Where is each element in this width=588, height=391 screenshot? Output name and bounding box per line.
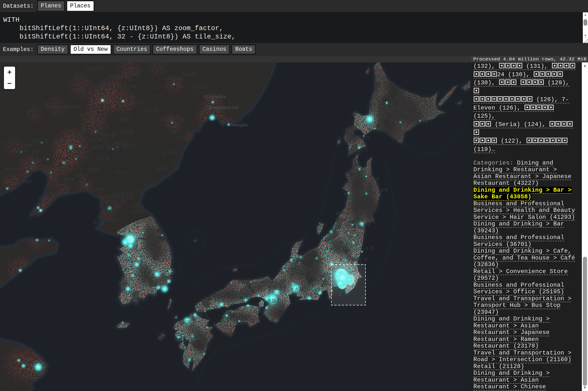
svg-text:义县: 义县 (30, 150, 39, 154)
svg-text:広島市: 広島市 (217, 298, 230, 303)
svg-text:新潟市: 新潟市 (327, 230, 341, 235)
svg-text:宮古市: 宮古市 (376, 188, 388, 193)
svg-text:大阪市: 大阪市 (268, 298, 281, 303)
svg-text:靖宇县: 靖宇县 (121, 130, 134, 135)
svg-text:평양시: 평양시 (104, 206, 118, 211)
svg-text:双辽市: 双辽市 (65, 104, 79, 109)
svg-text:帯広市: 帯広市 (396, 122, 409, 126)
svg-text:浜松市: 浜松市 (304, 292, 318, 297)
svg-text:鳥取市: 鳥取市 (247, 281, 259, 286)
svg-text:室蘭市: 室蘭市 (357, 135, 370, 140)
svg-text:本溪县: 本溪县 (76, 155, 89, 160)
svg-text:绥芬河市: 绥芬河市 (191, 84, 208, 89)
svg-text:凤城市: 凤城市 (75, 173, 88, 178)
svg-text:函館市: 函館市 (355, 148, 368, 152)
svg-text:宇都宮市: 宇都宮市 (339, 258, 356, 263)
svg-text:桓仁县: 桓仁县 (97, 156, 110, 160)
svg-text:松山市: 松山市 (223, 315, 235, 320)
svg-text:京都市: 京都市 (273, 286, 286, 291)
svg-text:临江市: 临江市 (123, 144, 135, 148)
svg-text:함경북도: 함경북도 (162, 150, 179, 155)
svg-text:山口市: 山口市 (196, 304, 208, 308)
svg-text:岫岩县: 岫岩县 (62, 177, 75, 182)
svg-text:개성시: 개성시 (116, 228, 130, 233)
svg-text:清原县: 清原县 (90, 137, 102, 142)
svg-text:长岭县: 长岭县 (74, 87, 86, 92)
svg-text:단천시: 단천시 (156, 166, 169, 171)
svg-text:延吉市 연길: 延吉市 연길 (161, 117, 186, 122)
svg-text:宽甸县: 宽甸县 (87, 168, 100, 172)
svg-text:盛岡市: 盛岡市 (363, 192, 375, 196)
svg-text:평성시: 평성시 (106, 199, 118, 204)
svg-text:阜新市: 阜新市 (35, 139, 48, 144)
svg-text:日光市: 日光市 (333, 249, 346, 254)
svg-text:원산시: 원산시 (131, 203, 144, 208)
svg-text:建昌县: 建昌县 (4, 167, 17, 172)
svg-text:신포시: 신포시 (144, 184, 157, 188)
svg-text:福岡市: 福岡市 (182, 320, 196, 325)
svg-text:旭川市: 旭川市 (382, 102, 395, 106)
svg-text:德惠市: 德惠市 (102, 81, 116, 86)
svg-text:榆树市: 榆树市 (116, 75, 130, 80)
svg-text:柳河县: 柳河县 (103, 133, 116, 138)
svg-text:徳島市: 徳島市 (253, 309, 266, 313)
svg-text:富山市: 富山市 (297, 256, 310, 261)
svg-text:松原市: 松原市 (87, 67, 101, 72)
svg-text:鹿児島市: 鹿児島市 (184, 359, 201, 364)
svg-text:四平市: 四平市 (79, 112, 93, 118)
svg-text:秋田市: 秋田市 (344, 192, 357, 197)
svg-text:牡丹江市: 牡丹江市 (164, 76, 183, 81)
svg-text:八戸市: 八戸市 (368, 177, 380, 182)
svg-text:名古屋市: 名古屋市 (290, 287, 308, 292)
svg-text:松江市: 松江市 (228, 281, 240, 286)
svg-text:穆棱市: 穆棱市 (182, 72, 196, 77)
svg-text:锦州市: 锦州市 (26, 159, 39, 164)
svg-text:회령시: 회령시 (170, 130, 183, 134)
svg-text:長崎市: 長崎市 (174, 337, 187, 342)
svg-text:熊本市: 熊本市 (189, 334, 202, 339)
svg-text:라선시: 라선시 (176, 135, 188, 140)
svg-text:자강도: 자강도 (116, 170, 129, 175)
svg-text:Владивосток: Владивосток (209, 104, 238, 110)
svg-text:구성시: 구성시 (94, 187, 106, 192)
svg-text:津市: 津市 (290, 292, 298, 296)
svg-text:辽源市: 辽源市 (93, 119, 106, 124)
svg-text:北見市: 北見市 (406, 101, 419, 105)
svg-text:桦甸市: 桦甸市 (119, 117, 133, 122)
svg-text:普兰店区: 普兰店区 (38, 196, 55, 201)
svg-text:국: 국 (122, 199, 126, 204)
svg-text:新民市: 新民市 (55, 140, 67, 144)
svg-text:庄河市: 庄河市 (57, 190, 70, 195)
svg-text:山形市: 山形市 (348, 224, 361, 229)
svg-text:鶴岡市: 鶴岡市 (336, 211, 348, 216)
svg-text:开原市: 开原市 (75, 127, 88, 132)
svg-text:郡山市: 郡山市 (346, 242, 359, 247)
svg-text:釧路市: 釧路市 (416, 120, 429, 125)
svg-text:蛟河市: 蛟河市 (129, 100, 143, 105)
svg-text:高知市: 高知市 (235, 321, 248, 326)
svg-text:敦化市: 敦化市 (144, 108, 157, 113)
svg-text:通辽市: 通辽市 (44, 102, 59, 107)
svg-text:朝阳市: 朝阳市 (14, 149, 28, 154)
svg-text:苫小牧市: 苫小牧市 (367, 128, 385, 133)
svg-text:日立市: 日立市 (354, 257, 368, 263)
svg-text:丹东市: 丹东市 (80, 182, 94, 187)
svg-text:Уссурийск: Уссурийск (204, 94, 226, 99)
svg-text:通化市: 通化市 (106, 145, 120, 150)
svg-text:北九州市: 北九州市 (191, 313, 208, 318)
svg-text:沈阳市: 沈阳市 (67, 146, 81, 151)
svg-text:营口市: 营口市 (44, 168, 58, 173)
svg-text:兴城市: 兴城市 (20, 179, 33, 184)
svg-text:岡山市: 岡山市 (242, 293, 254, 297)
svg-text:新宾县: 新宾县 (92, 145, 104, 150)
svg-text:長野市: 長野市 (312, 257, 325, 262)
svg-text:铁岭市: 铁岭市 (71, 133, 84, 138)
svg-text:北票市: 北票市 (20, 144, 33, 149)
svg-text:강원도: 강원도 (131, 209, 145, 214)
svg-text:辽中区: 辽中区 (53, 150, 65, 155)
svg-text:鞍山市: 鞍山市 (57, 160, 71, 165)
svg-text:青森市: 青森市 (355, 168, 368, 173)
svg-text:舒兰市: 舒兰市 (124, 84, 136, 89)
svg-text:Находка: Находка (229, 122, 248, 127)
svg-text:해남도: 해남도 (93, 220, 105, 225)
